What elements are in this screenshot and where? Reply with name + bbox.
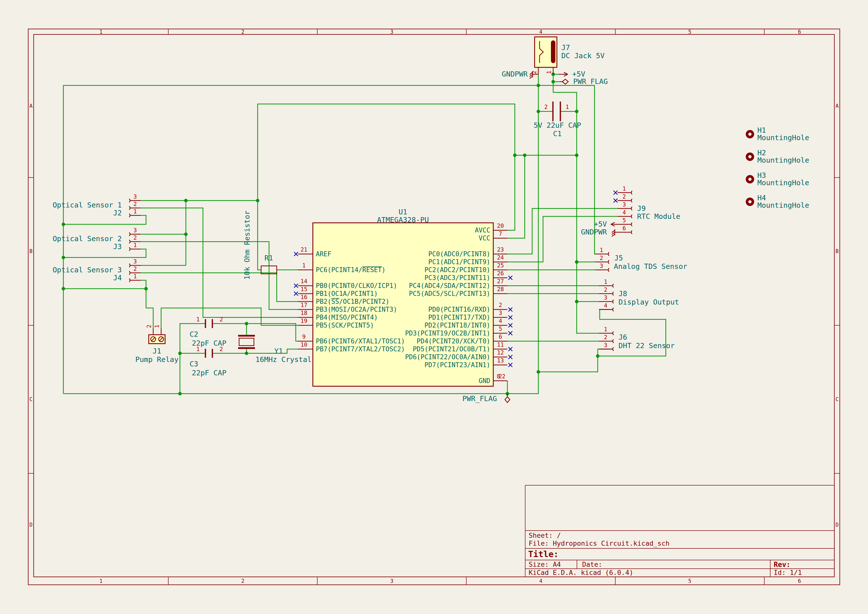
- power-plus5v-top[interactable]: +5V: [559, 70, 585, 78]
- col-label: 6: [798, 29, 801, 35]
- connector-j9[interactable]: 1 2 3 4 5 6 J9 RTC Module +5V GNDPWR: [581, 185, 680, 236]
- row-label: B: [29, 248, 33, 254]
- pin-number: 17: [301, 302, 307, 308]
- crystal-y1[interactable]: Y1 16MHz Crystal: [238, 336, 312, 364]
- pin-name: PD6(PCINT22/OC0A/AIN0): [405, 353, 490, 361]
- pin-name: PD5(PCINT21/OC0B/T1): [413, 345, 490, 353]
- pin-name: PD4(PCINT20/XCK/T0): [417, 338, 490, 345]
- connector-j2[interactable]: 3 2 1 Optical Sensor 1 J2: [53, 193, 141, 217]
- capacitor-c1[interactable]: 2 1 5V 22uF CAP C1: [534, 101, 581, 138]
- pin-number: 3: [133, 193, 137, 200]
- pwr-flag-icon: [562, 79, 568, 84]
- power-label: PWR_FLAG: [573, 77, 608, 86]
- mounting-hole-h4[interactable]: H4 MountingHole: [746, 194, 809, 209]
- hole-value: MountingHole: [757, 201, 809, 209]
- pin-number: 1: [133, 208, 137, 215]
- pin-number: 1: [600, 247, 603, 253]
- connector-j6[interactable]: 1 2 3 J6 DHT 22 Sensor: [599, 326, 675, 351]
- mounting-hole-h1[interactable]: H1 MountingHole: [746, 126, 809, 142]
- hole-value: MountingHole: [757, 156, 809, 164]
- pin-number: 1: [133, 273, 137, 279]
- connector-j5[interactable]: 1 2 3 J5 Analog TDS Sensor: [595, 247, 687, 271]
- connector-j4[interactable]: 3 2 1 Optical Sensor 3 J4: [53, 258, 141, 282]
- pin-number: 24: [497, 254, 504, 261]
- connector-j1[interactable]: 2 1 J1 Pump Relay: [135, 324, 179, 364]
- pin-number: 10: [301, 341, 307, 348]
- pin-number: 21: [301, 247, 307, 253]
- pin-number: 2: [604, 334, 608, 340]
- company-field: KiCad E.D.A. kicad (6.0.4): [529, 569, 633, 576]
- capacitor-ref: C2: [189, 330, 198, 338]
- pin-number: 3: [600, 263, 603, 269]
- file-field: File: Hydroponics Circuit.kicad_sch: [529, 540, 670, 547]
- pin-name: PC1(ADC1/PCINT9): [428, 258, 490, 266]
- capacitor-c2[interactable]: 1 2 C2 22pF CAP: [189, 316, 226, 347]
- capacitor-ref: C3: [189, 360, 198, 368]
- col-label: 4: [539, 29, 542, 35]
- pin-name: PD1(PCINT17/TXD): [428, 314, 490, 321]
- row-label: C: [29, 396, 33, 402]
- pin-number: 2: [544, 104, 548, 110]
- row-label: D: [29, 522, 33, 528]
- pin-number: 5: [499, 326, 502, 332]
- resistor-r1[interactable]: R1 10k Ohm Resistor: [243, 211, 277, 279]
- pin-name: PB3(MOSI/OC2A/PCINT3): [316, 306, 397, 313]
- screw-terminal-body: [149, 335, 165, 344]
- hole-ref: H4: [757, 194, 766, 202]
- pin-number: 5: [623, 217, 626, 223]
- col-label: 6: [798, 578, 801, 584]
- power-label: GNDPWR: [502, 70, 528, 78]
- pin-number: 4: [623, 209, 626, 216]
- row-label: C: [835, 396, 839, 402]
- pin-number: 4: [604, 302, 608, 309]
- power-flag-top[interactable]: PWR_FLAG: [560, 77, 608, 86]
- capacitor-value: 5V 22uF CAP: [534, 121, 581, 129]
- pin-number: 15: [301, 286, 307, 292]
- pin-number: 11: [497, 341, 504, 348]
- pin-number: 27: [497, 278, 504, 284]
- pin-number: 1: [566, 104, 569, 110]
- pin-number: 18: [301, 310, 307, 316]
- connector-desc: DC Jack 5V: [561, 51, 604, 60]
- connector-j8[interactable]: 1 2 3 4 J8 Display Output: [599, 279, 679, 311]
- pin-name: PC3(ADC3/PCINT11): [425, 274, 490, 282]
- pin-number: 1: [196, 346, 200, 352]
- pin-number: 1: [154, 324, 160, 328]
- plus5v-arrow-icon: [559, 72, 568, 76]
- connector-ref: J1: [153, 347, 161, 355]
- crystal-ref: Y1: [274, 347, 283, 355]
- connector-desc: Optical Sensor 2: [53, 234, 122, 243]
- pin-number: 1: [133, 242, 137, 248]
- schematic-canvas[interactable]: 1 2 3 4 5 6 1 2 3 4 5 6 A B C D A B C D …: [0, 0, 868, 614]
- pin-name: PD0(PCINT16/RXD): [428, 306, 490, 313]
- pin-name: PB6(PCINT6/XTAL1/TOSC1): [316, 338, 405, 345]
- col-label: 4: [539, 578, 542, 584]
- gndpwr-icon: [612, 229, 617, 236]
- hole-value: MountingHole: [757, 178, 809, 187]
- pin-number: 28: [497, 286, 504, 292]
- pin-name: PB7(PCINT7/XTAL2/TOSC2): [316, 345, 405, 353]
- capacitor-value: 22pF CAP: [192, 369, 226, 377]
- connector-ref: J2: [113, 209, 122, 217]
- connector-j7[interactable]: 2 1 J7 DC Jack 5V: [531, 37, 604, 74]
- chip-u1[interactable]: U1 ATMEGA328-PU 21 1 14 15 16 17 18 19 9…: [294, 208, 512, 386]
- pin-number: 3: [133, 227, 137, 234]
- pin-number: 1: [302, 262, 306, 268]
- row-label: A: [29, 103, 33, 109]
- capacitor-c3[interactable]: 1 2 C3 22pF CAP: [189, 346, 226, 377]
- power-flag-bottom[interactable]: PWR_FLAG: [462, 394, 510, 403]
- pin-number: 2: [133, 234, 137, 241]
- mounting-hole-h3[interactable]: H3 MountingHole: [746, 171, 809, 187]
- connector-ref: J4: [113, 274, 122, 282]
- connector-desc: Optical Sensor 1: [53, 201, 122, 209]
- pin-name: PD7(PCINT23/AIN1): [425, 361, 490, 369]
- connector-desc: DHT 22 Sensor: [618, 341, 675, 350]
- pin-name: PD2(PCINT18/INT0): [425, 322, 490, 329]
- chip-value: ATMEGA328-PU: [377, 216, 429, 224]
- pin-number: 2: [220, 316, 223, 323]
- mounting-hole-h2[interactable]: H2 MountingHole: [746, 149, 809, 164]
- connector-j3[interactable]: 3 2 1 Optical Sensor 2 J3: [53, 227, 141, 251]
- pin-number: 1: [604, 279, 608, 285]
- resistor-desc: 10k Ohm Resistor: [243, 211, 251, 279]
- connector-ref: J5: [614, 254, 623, 262]
